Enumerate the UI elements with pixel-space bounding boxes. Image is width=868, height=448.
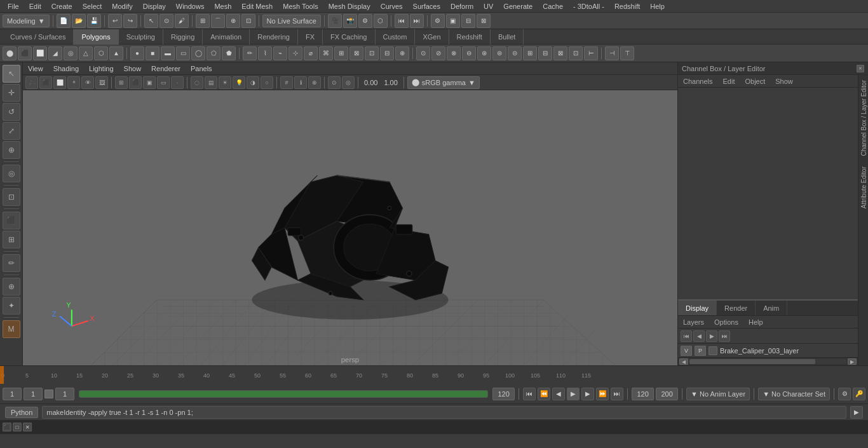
menu-deform[interactable]: Deform [445,0,478,13]
curve-tool-4[interactable]: ⊹ [288,46,302,60]
snap-view-btn[interactable]: ⊡ [241,14,255,28]
sphere-tool[interactable]: ⬤ [3,46,17,60]
vp-image-plane[interactable]: 🖼 [95,76,108,89]
win-icon-btn[interactable]: ⬛ [3,423,11,431]
menu-modify[interactable]: Modify [107,0,137,13]
no-character-set-btn[interactable]: ▼ No Character Set [758,388,830,400]
tab-curves-surfaces[interactable]: Curves / Surfaces [3,29,74,44]
workspace-dropdown[interactable]: Modeling ▼ [3,15,50,27]
menu-display[interactable]: Display [138,0,171,13]
insert-edge[interactable]: ⊝ [508,46,522,60]
layer-item[interactable]: V P Brake_Caliper_003_layer [678,344,858,358]
universal-tool[interactable]: ⊕ [3,141,20,159]
window-layout-3[interactable]: ⊠ [477,14,491,28]
soft-select[interactable]: ◎ [3,165,20,182]
range-end-input[interactable] [492,388,515,400]
deform-tool-3[interactable]: ⊠ [349,46,363,60]
component-sel[interactable]: ⬛ [3,212,20,229]
vp-points[interactable]: · [171,76,184,89]
render-btn[interactable]: 🎥 [328,14,342,28]
prev-key-btn[interactable]: ⏮ [395,14,409,28]
vp-bounding[interactable]: ▭ [157,76,170,89]
menu-help[interactable]: Help [645,0,670,13]
menu-generate[interactable]: Generate [498,0,538,13]
snap-point-btn[interactable]: ⊕ [226,14,240,28]
vp-smooth-shade[interactable]: ⬛ [129,76,142,89]
step-forward-key[interactable]: ⏩ [596,388,609,400]
maya-logo[interactable]: M [3,320,20,338]
tab-fx[interactable]: FX [298,29,323,44]
fill-hole[interactable]: ⊠ [553,46,567,60]
layer-vis-v[interactable]: V [681,346,692,356]
select-tool-btn[interactable]: ↖ [144,14,158,28]
options-menu[interactable]: Options [712,318,741,326]
vp-heads-up[interactable]: ℹ [294,76,307,89]
vp-res-gate[interactable]: ⬜ [53,76,66,89]
step-back-key[interactable]: ⏪ [538,388,550,400]
skip-to-end[interactable]: ⏭ [611,388,623,400]
script-submit-btn[interactable]: ▶ [850,406,863,419]
menu-create[interactable]: Create [46,0,78,13]
snap-curve-btn[interactable]: ⌒ [211,14,225,28]
vp-xray[interactable]: ◌ [191,76,203,89]
step-forward[interactable]: ▶ [581,388,594,400]
attribute-editor-side-label[interactable]: Attribute Editor [858,161,868,214]
ch-menu-channels[interactable]: Channels [681,78,715,85]
vp-wireframe[interactable]: ⊞ [115,76,128,89]
vp-ambient[interactable]: ☀ [219,76,231,89]
layer-scrollbar[interactable]: ◀ ▶ [678,358,858,365]
poly-type[interactable]: ⬠ [207,46,220,60]
bool-tool[interactable]: ⊖ [462,46,476,60]
vp-sel-visible[interactable]: ◎ [342,76,355,89]
tab-rendering[interactable]: Rendering [250,29,298,44]
undo-btn[interactable]: ↩ [108,14,122,28]
plane-tool[interactable]: ◢ [48,46,62,60]
timeline-ruler[interactable]: 0 5 10 15 20 25 30 35 40 45 50 55 60 65 … [0,366,868,384]
vp-all-lights[interactable]: 💡 [233,76,245,89]
merge-tool[interactable]: ⊗ [447,46,461,60]
panel-close-btn[interactable]: ✕ [857,65,864,72]
start-frame-input[interactable] [3,388,22,400]
menu-3dto-all[interactable]: - 3DtoAll - [568,0,609,13]
playback-range[interactable] [79,390,488,398]
layer-vis-p[interactable]: P [695,346,706,356]
no-anim-layer-btn[interactable]: ▼ No Anim Layer [686,388,750,400]
deform-tool-6[interactable]: ⊕ [395,46,409,60]
window-layout-2[interactable]: ⊟ [461,14,475,28]
ch-menu-object[interactable]: Object [742,78,768,85]
vp-film-gate[interactable]: ⬛ [39,76,52,89]
paint-wt[interactable]: ✏ [3,254,20,272]
vp-grid[interactable]: # [280,76,293,89]
deform-tool-2[interactable]: ⊞ [334,46,348,60]
curve-tool-3[interactable]: ⌁ [273,46,287,60]
menu-redshift[interactable]: Redshift [609,0,645,13]
menu-uv[interactable]: UV [478,0,498,13]
layer-tab-render[interactable]: Render [717,301,756,315]
vp-iso-select[interactable]: ⊙ [328,76,341,89]
anim-end-input[interactable] [632,388,654,400]
tab-redshift[interactable]: Redshift [449,29,491,44]
scrollbar-right-btn[interactable]: ▶ [848,358,857,365]
offset-edge[interactable]: ⊟ [538,46,552,60]
layer-nav-left-end[interactable]: ⏮ [681,330,692,342]
show-manip[interactable]: ⊕ [3,278,20,295]
scale-tool[interactable]: ⤢ [3,122,20,140]
vp-menu-panels[interactable]: Panels [188,65,215,72]
smooth-tool[interactable]: ⊜ [492,46,506,60]
append-poly[interactable]: ⊣ [605,46,619,60]
menu-cache[interactable]: Cache [538,0,568,13]
new-scene-btn[interactable]: 📄 [57,14,71,28]
select-tool[interactable]: ↖ [3,65,20,83]
create-light[interactable]: ✦ [3,297,20,315]
channel-box-side-label[interactable]: Channel Box / Layer Editor [858,75,868,161]
tab-sculpting[interactable]: Sculpting [119,29,163,44]
vp-menu-lighting[interactable]: Lighting [86,65,116,72]
tab-animation[interactable]: Animation [203,29,250,44]
play-forward[interactable]: ▶ [567,388,580,400]
cone-tool[interactable]: △ [79,46,93,60]
ipr-btn[interactable]: 📸 [343,14,357,28]
curve-tool-1[interactable]: ✏ [243,46,257,60]
vp-flat-shade[interactable]: ▣ [143,76,156,89]
curve-tool-5[interactable]: ⌀ [304,46,318,60]
xgen-btn[interactable]: ⬡ [374,14,388,28]
